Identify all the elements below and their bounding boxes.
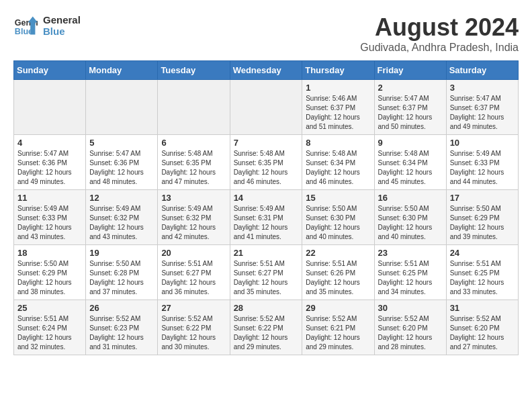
day-info: Sunrise: 5:48 AM Sunset: 6:35 PM Dayligh… [161, 149, 226, 187]
logo-text-line2: Blue [43, 26, 81, 37]
day-info: Sunrise: 5:50 AM Sunset: 6:30 PM Dayligh… [378, 204, 443, 242]
day-number: 8 [306, 138, 370, 148]
weekday-header: Thursday [302, 61, 374, 80]
title-block: August 2024 Gudivada, Andhra Pradesh, In… [360, 13, 519, 54]
calendar-cell [158, 80, 230, 135]
calendar-cell: 2Sunrise: 5:47 AM Sunset: 6:37 PM Daylig… [374, 80, 446, 135]
page-header: General Blue General Blue August 2024 Gu… [13, 13, 519, 54]
calendar-cell: 10Sunrise: 5:49 AM Sunset: 6:33 PM Dayli… [446, 135, 518, 190]
day-number: 7 [234, 138, 299, 148]
calendar-cell: 29Sunrise: 5:52 AM Sunset: 6:21 PM Dayli… [302, 300, 374, 355]
day-number: 6 [161, 138, 226, 148]
day-info: Sunrise: 5:47 AM Sunset: 6:37 PM Dayligh… [450, 94, 515, 132]
day-info: Sunrise: 5:52 AM Sunset: 6:23 PM Dayligh… [89, 314, 154, 352]
calendar-week-row: 18Sunrise: 5:50 AM Sunset: 6:29 PM Dayli… [14, 245, 519, 300]
calendar-week-row: 1Sunrise: 5:46 AM Sunset: 6:37 PM Daylig… [14, 80, 519, 135]
day-info: Sunrise: 5:49 AM Sunset: 6:33 PM Dayligh… [17, 204, 82, 242]
day-number: 18 [17, 248, 82, 258]
calendar-week-row: 25Sunrise: 5:51 AM Sunset: 6:24 PM Dayli… [14, 300, 519, 355]
calendar-cell: 31Sunrise: 5:52 AM Sunset: 6:20 PM Dayli… [446, 300, 518, 355]
weekday-header: Friday [374, 61, 446, 80]
day-number: 27 [161, 303, 226, 313]
calendar-cell [230, 80, 302, 135]
day-info: Sunrise: 5:47 AM Sunset: 6:36 PM Dayligh… [17, 149, 82, 187]
day-number: 23 [378, 248, 443, 258]
calendar-cell: 20Sunrise: 5:51 AM Sunset: 6:27 PM Dayli… [158, 245, 230, 300]
calendar-table: SundayMondayTuesdayWednesdayThursdayFrid… [13, 60, 519, 355]
day-number: 11 [17, 193, 82, 203]
day-number: 22 [306, 248, 370, 258]
day-info: Sunrise: 5:51 AM Sunset: 6:27 PM Dayligh… [234, 259, 299, 297]
subtitle: Gudivada, Andhra Pradesh, India [360, 42, 519, 54]
calendar-cell: 14Sunrise: 5:49 AM Sunset: 6:31 PM Dayli… [230, 190, 302, 245]
weekday-header: Saturday [446, 61, 518, 80]
day-info: Sunrise: 5:51 AM Sunset: 6:25 PM Dayligh… [450, 259, 515, 297]
main-title: August 2024 [360, 13, 519, 42]
day-number: 20 [161, 248, 226, 258]
day-info: Sunrise: 5:52 AM Sunset: 6:22 PM Dayligh… [161, 314, 226, 352]
calendar-week-row: 11Sunrise: 5:49 AM Sunset: 6:33 PM Dayli… [14, 190, 519, 245]
day-info: Sunrise: 5:52 AM Sunset: 6:21 PM Dayligh… [306, 314, 370, 352]
day-number: 14 [234, 193, 299, 203]
weekday-header: Wednesday [230, 61, 302, 80]
day-number: 30 [378, 303, 443, 313]
day-number: 25 [17, 303, 82, 313]
calendar-cell: 18Sunrise: 5:50 AM Sunset: 6:29 PM Dayli… [14, 245, 86, 300]
day-number: 21 [234, 248, 299, 258]
day-info: Sunrise: 5:48 AM Sunset: 6:34 PM Dayligh… [306, 149, 370, 187]
day-info: Sunrise: 5:48 AM Sunset: 6:34 PM Dayligh… [378, 149, 443, 187]
day-number: 31 [450, 303, 515, 313]
calendar-cell: 1Sunrise: 5:46 AM Sunset: 6:37 PM Daylig… [302, 80, 374, 135]
day-number: 5 [89, 138, 154, 148]
day-info: Sunrise: 5:51 AM Sunset: 6:26 PM Dayligh… [306, 259, 370, 297]
weekday-header: Monday [86, 61, 158, 80]
calendar-cell: 21Sunrise: 5:51 AM Sunset: 6:27 PM Dayli… [230, 245, 302, 300]
day-number: 19 [89, 248, 154, 258]
day-number: 2 [378, 83, 443, 93]
day-number: 9 [378, 138, 443, 148]
day-number: 13 [161, 193, 226, 203]
calendar-cell: 3Sunrise: 5:47 AM Sunset: 6:37 PM Daylig… [446, 80, 518, 135]
day-number: 16 [378, 193, 443, 203]
day-info: Sunrise: 5:52 AM Sunset: 6:20 PM Dayligh… [378, 314, 443, 352]
calendar-cell: 4Sunrise: 5:47 AM Sunset: 6:36 PM Daylig… [14, 135, 86, 190]
day-number: 3 [450, 83, 515, 93]
logo: General Blue General Blue [13, 13, 81, 38]
calendar-cell: 13Sunrise: 5:49 AM Sunset: 6:32 PM Dayli… [158, 190, 230, 245]
day-number: 1 [306, 83, 370, 93]
day-info: Sunrise: 5:51 AM Sunset: 6:24 PM Dayligh… [17, 314, 82, 352]
calendar-cell: 16Sunrise: 5:50 AM Sunset: 6:30 PM Dayli… [374, 190, 446, 245]
calendar-week-row: 4Sunrise: 5:47 AM Sunset: 6:36 PM Daylig… [14, 135, 519, 190]
day-number: 28 [234, 303, 299, 313]
svg-text:Blue: Blue [15, 27, 33, 36]
calendar-cell: 27Sunrise: 5:52 AM Sunset: 6:22 PM Dayli… [158, 300, 230, 355]
day-info: Sunrise: 5:51 AM Sunset: 6:27 PM Dayligh… [161, 259, 226, 297]
day-number: 24 [450, 248, 515, 258]
day-info: Sunrise: 5:49 AM Sunset: 6:31 PM Dayligh… [234, 204, 299, 242]
day-number: 4 [17, 138, 82, 148]
calendar-cell: 28Sunrise: 5:52 AM Sunset: 6:22 PM Dayli… [230, 300, 302, 355]
day-number: 29 [306, 303, 370, 313]
calendar-cell [86, 80, 158, 135]
calendar-cell: 26Sunrise: 5:52 AM Sunset: 6:23 PM Dayli… [86, 300, 158, 355]
logo-icon: General Blue [13, 13, 38, 38]
calendar-cell: 6Sunrise: 5:48 AM Sunset: 6:35 PM Daylig… [158, 135, 230, 190]
day-info: Sunrise: 5:51 AM Sunset: 6:25 PM Dayligh… [378, 259, 443, 297]
day-info: Sunrise: 5:49 AM Sunset: 6:32 PM Dayligh… [89, 204, 154, 242]
day-info: Sunrise: 5:48 AM Sunset: 6:35 PM Dayligh… [234, 149, 299, 187]
day-info: Sunrise: 5:52 AM Sunset: 6:20 PM Dayligh… [450, 314, 515, 352]
day-info: Sunrise: 5:49 AM Sunset: 6:33 PM Dayligh… [450, 149, 515, 187]
calendar-cell: 11Sunrise: 5:49 AM Sunset: 6:33 PM Dayli… [14, 190, 86, 245]
logo-text-line1: General [43, 14, 81, 26]
day-info: Sunrise: 5:52 AM Sunset: 6:22 PM Dayligh… [234, 314, 299, 352]
day-info: Sunrise: 5:50 AM Sunset: 6:28 PM Dayligh… [89, 259, 154, 297]
day-info: Sunrise: 5:47 AM Sunset: 6:36 PM Dayligh… [89, 149, 154, 187]
calendar-cell: 30Sunrise: 5:52 AM Sunset: 6:20 PM Dayli… [374, 300, 446, 355]
calendar-cell: 17Sunrise: 5:50 AM Sunset: 6:29 PM Dayli… [446, 190, 518, 245]
day-info: Sunrise: 5:50 AM Sunset: 6:29 PM Dayligh… [450, 204, 515, 242]
calendar-cell: 12Sunrise: 5:49 AM Sunset: 6:32 PM Dayli… [86, 190, 158, 245]
calendar-cell: 15Sunrise: 5:50 AM Sunset: 6:30 PM Dayli… [302, 190, 374, 245]
calendar-cell: 5Sunrise: 5:47 AM Sunset: 6:36 PM Daylig… [86, 135, 158, 190]
calendar-cell [14, 80, 86, 135]
calendar-cell: 24Sunrise: 5:51 AM Sunset: 6:25 PM Dayli… [446, 245, 518, 300]
